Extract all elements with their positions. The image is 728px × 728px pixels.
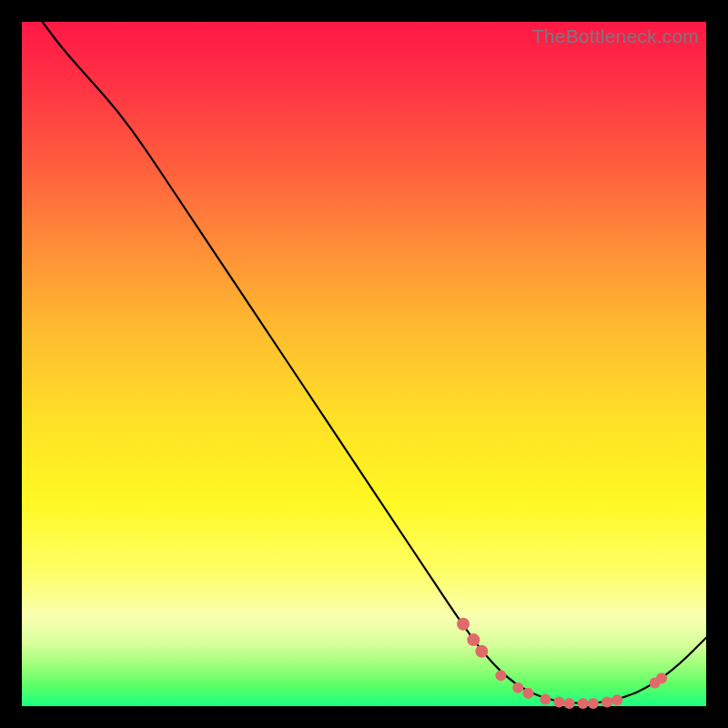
bottleneck-curve bbox=[43, 22, 706, 703]
data-marker bbox=[588, 698, 599, 709]
data-marker bbox=[656, 672, 667, 683]
data-marker bbox=[612, 694, 622, 705]
chart-frame: TheBottleneck.com bbox=[0, 0, 728, 728]
data-marker bbox=[602, 697, 612, 708]
data-marker bbox=[512, 682, 523, 693]
curve-markers bbox=[457, 618, 667, 709]
data-marker bbox=[495, 670, 506, 681]
data-marker bbox=[578, 698, 589, 709]
data-marker bbox=[564, 698, 575, 709]
data-marker bbox=[475, 645, 488, 658]
data-marker bbox=[540, 694, 551, 705]
curve-svg bbox=[22, 22, 706, 706]
plot-area: TheBottleneck.com bbox=[22, 22, 706, 706]
data-marker bbox=[553, 697, 564, 708]
data-marker bbox=[523, 688, 534, 699]
data-marker bbox=[467, 633, 480, 646]
data-marker bbox=[457, 618, 470, 631]
